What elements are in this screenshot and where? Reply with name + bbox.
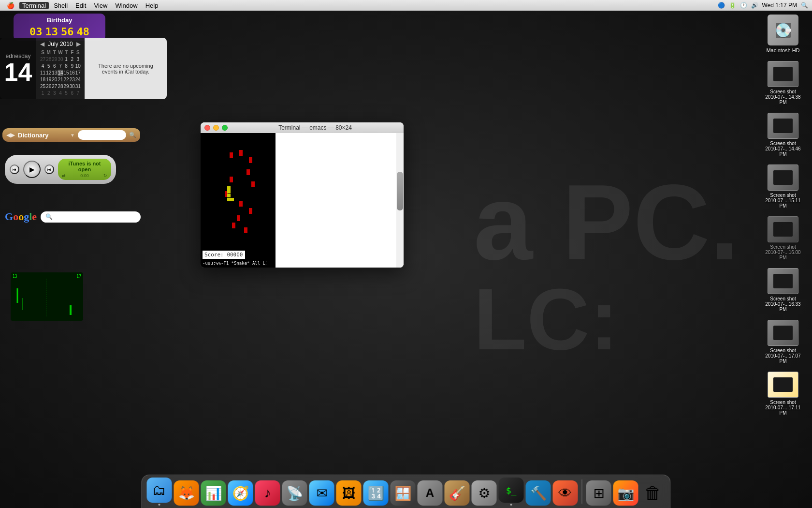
dock-icon-img[interactable]: 🖼 (336, 480, 362, 506)
cal-day[interactable]: 26 (46, 83, 51, 90)
menu-edit[interactable]: Edit (72, 2, 89, 9)
dock-icon-terminal[interactable]: $_ (499, 478, 524, 506)
menu-terminal[interactable]: Terminal (19, 2, 49, 9)
cal-day[interactable]: 6 (70, 90, 75, 96)
itunes-repeat-icon[interactable]: ↻ (103, 173, 107, 178)
cal-day[interactable]: 1 (64, 56, 69, 62)
dock-icon-itunes[interactable]: ♪ (255, 480, 280, 506)
battery-icon[interactable]: 🔋 (729, 2, 736, 9)
itunes-shuffle-icon[interactable]: ⇄ (62, 173, 66, 178)
cal-day[interactable]: 1 (40, 90, 45, 96)
menu-shell[interactable]: Shell (51, 2, 71, 9)
dictionary-search-input[interactable] (78, 130, 126, 140)
cal-day[interactable]: 30 (70, 83, 75, 90)
traffic-light-close[interactable] (204, 125, 210, 131)
apple-menu[interactable]: 🍎 (4, 2, 17, 9)
bluetooth-icon[interactable]: 🔵 (718, 2, 725, 9)
cal-day[interactable]: 5 (64, 90, 69, 96)
cal-day[interactable]: 29 (64, 83, 69, 90)
cal-day[interactable]: 23 (70, 76, 75, 83)
screenshot-icon-6[interactable]: Screen shot2010-07-...17.11 PM (764, 372, 802, 416)
google-search-input[interactable] (55, 213, 136, 221)
screenshot-icon-1[interactable]: Screen shot2010-07-...14.46 PM (764, 113, 802, 157)
dock-icon-trash[interactable]: 🗑 (640, 480, 666, 506)
dock-icon-fontbook[interactable]: A (418, 480, 443, 506)
cal-day[interactable]: 29 (52, 56, 57, 62)
dock-icon-numbers[interactable]: 🔢 (363, 480, 389, 506)
cal-day[interactable]: 2 (46, 90, 51, 96)
cal-day[interactable]: 4 (40, 63, 45, 69)
dock-icon-expose[interactable]: ⊞ (586, 480, 611, 506)
terminal-scroll-thumb[interactable] (397, 172, 403, 210)
dock-icon-system-prefs[interactable]: ⚙ (472, 480, 497, 506)
cal-day[interactable]: 25 (40, 83, 45, 90)
dock-icon-airport[interactable]: 📡 (282, 480, 307, 506)
calendar-prev-button[interactable]: ◀ (40, 41, 44, 47)
cal-day[interactable]: 30 (58, 56, 63, 62)
desktop-icon-hd[interactable]: 💽 Macintosh HD (764, 15, 802, 53)
traffic-light-minimize[interactable] (213, 125, 219, 131)
dock-icon-garageband[interactable]: 🎸 (445, 480, 470, 506)
cal-day[interactable]: 22 (64, 76, 69, 83)
cal-day[interactable]: 15 (64, 70, 69, 76)
screenshot-icon-4[interactable]: Screen shot2010-07-...16.33 PM (764, 268, 802, 312)
cal-day[interactable]: 8 (64, 63, 69, 69)
cal-day[interactable]: 16 (70, 70, 75, 76)
dictionary-nav-arrows[interactable]: ◀▶ (6, 132, 15, 138)
dock-icon-mail[interactable]: ✉ (309, 480, 334, 506)
cal-day[interactable]: 13 (52, 70, 57, 76)
cal-day[interactable]: 3 (52, 90, 57, 96)
cal-day[interactable]: 10 (75, 63, 81, 69)
traffic-light-fullscreen[interactable] (222, 125, 228, 131)
clock-icon[interactable]: 🕐 (740, 2, 747, 9)
cal-day[interactable]: 18 (40, 76, 45, 83)
calendar-next-button[interactable]: ▶ (76, 41, 81, 47)
itunes-next-button[interactable]: ⏭ (44, 164, 54, 174)
terminal-game-area[interactable]: Score: 00000 -uuu:%%-F1 *Snake* All L1 (… (201, 133, 276, 268)
cal-day[interactable]: 27 (40, 56, 45, 62)
menu-view[interactable]: View (91, 2, 110, 9)
cal-day[interactable]: 3 (75, 56, 81, 62)
cal-day[interactable]: 12 (46, 70, 51, 76)
cal-day[interactable]: 20 (52, 76, 57, 83)
cal-day[interactable]: 17 (75, 70, 81, 76)
cal-day[interactable]: 19 (46, 76, 51, 83)
screenshot-icon-5[interactable]: Screen shot2010-07-...17.07 PM (764, 320, 802, 364)
dictionary-search-icon[interactable]: 🔍 (129, 132, 136, 138)
cal-day[interactable]: 31 (75, 83, 81, 90)
dock-icon-iphoto[interactable]: 📷 (613, 480, 638, 506)
cal-day[interactable]: 7 (58, 63, 63, 69)
screenshot-icon-3[interactable]: Screen shot2010-07-...16.00 PM (764, 216, 802, 260)
menu-window[interactable]: Window (112, 2, 140, 9)
spotlight-icon[interactable]: 🔍 (801, 2, 808, 9)
dock-icon-preview[interactable]: 👁 (553, 480, 578, 506)
cal-day[interactable]: 27 (52, 83, 57, 90)
cal-day[interactable]: 24 (75, 76, 81, 83)
cal-day[interactable]: 4 (58, 90, 63, 96)
dictionary-chevron-icon[interactable]: ▼ (70, 133, 75, 138)
dock-icon-activity[interactable]: 📊 (201, 480, 226, 506)
cal-day[interactable]: 9 (70, 63, 75, 69)
dock-icon-firefox[interactable]: 🦊 (174, 480, 199, 506)
cal-day[interactable]: 6 (52, 63, 57, 69)
dock-icon-bootcamp[interactable]: 🪟 (391, 480, 416, 506)
dock-icon-finder[interactable]: 🗂 (147, 478, 172, 506)
cal-day[interactable]: 7 (75, 90, 81, 96)
cal-day[interactable]: 28 (46, 56, 51, 62)
cal-day[interactable]: 28 (58, 83, 63, 90)
cal-day[interactable]: 2 (70, 56, 75, 62)
terminal-text-area[interactable] (276, 133, 404, 268)
terminal-scrollbar[interactable] (396, 133, 404, 268)
cal-day[interactable]: 11 (40, 70, 45, 76)
cal-day[interactable]: 14 (58, 70, 63, 76)
menu-help[interactable]: Help (143, 2, 161, 9)
cal-day[interactable]: 5 (46, 63, 51, 69)
dock-icon-safari[interactable]: 🧭 (228, 480, 253, 506)
volume-icon[interactable]: 🔊 (751, 2, 758, 9)
cal-day[interactable]: 21 (58, 76, 63, 83)
dock-icon-xcode[interactable]: 🔨 (526, 480, 551, 506)
itunes-prev-button[interactable]: ⏮ (10, 164, 19, 174)
screenshot-icon-2[interactable]: Screen shot2010-07-...15.11 PM (764, 164, 802, 209)
itunes-play-button[interactable]: ▶ (23, 161, 41, 178)
screenshot-icon-0[interactable]: Screen shot2010-07-...14.38 PM (764, 61, 802, 105)
